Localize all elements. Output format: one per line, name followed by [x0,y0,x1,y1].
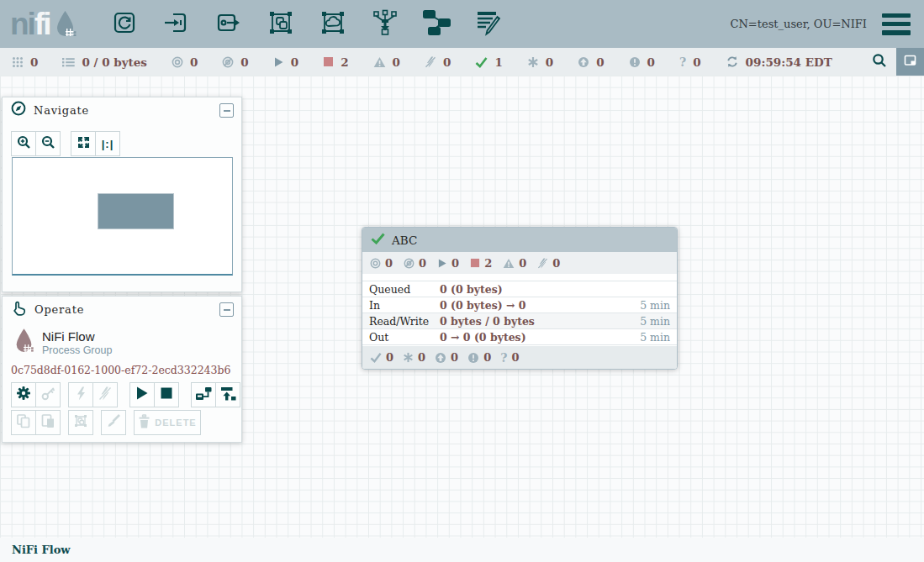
invalid-icon [503,258,515,269]
sync-failure-status: ? 0 [679,55,701,69]
configure-button[interactable] [11,382,36,407]
exclamation-circle-icon [467,352,479,364]
group-button[interactable] [68,410,93,435]
invalid-icon [373,56,386,68]
navigate-header: Navigate [3,97,241,123]
disabled-status: 0 [425,55,451,69]
delete-button[interactable]: DELETE [134,410,201,435]
up-to-date-status: 1 [475,55,502,69]
zoom-out-button[interactable] [35,131,61,156]
lightning-slash-icon [98,386,112,404]
label-drag-button[interactable] [463,0,515,48]
stale-status: 0 [578,55,604,69]
zoom-fit-button[interactable] [71,131,96,156]
output-port-drag-button[interactable] [203,0,255,48]
stop-icon [160,386,173,403]
zoom-in-button[interactable] [11,131,36,156]
stopped-icon [470,258,480,268]
refresh-status[interactable]: 09:59:54 EDT [726,55,832,69]
active-threads-icon [12,56,24,68]
hand-pointer-icon [11,300,27,319]
check-icon [370,352,382,363]
lightning-icon [75,386,87,404]
process-group-version-counts: 0 0 0 0 ? 0 [362,346,677,369]
minimap-process-group-rect[interactable] [98,193,174,229]
pg-locally-modified-count: 0 [403,351,425,364]
remote-process-group-drag-button[interactable] [307,0,359,48]
selected-flow-type: Process Group [42,344,112,356]
stats-row-out: Out 0 → 0 (0 bytes) 5 min [362,329,677,345]
logo-text-fi: fi [34,8,50,41]
access-policies-button[interactable] [35,382,61,407]
stop-button[interactable] [154,382,179,407]
process-group-icon [267,8,295,40]
flow-drop-icon [13,328,34,357]
panel-toggle-icon [903,53,917,71]
valid-check-icon [371,233,385,248]
birdseye-toggle-button[interactable] [896,48,924,76]
operate-collapse-button[interactable] [219,302,234,317]
selected-flow-id: 0c75d8df-0162-1000-ef72-2ecd332243b6 [11,364,241,376]
fit-icon [77,135,91,153]
process-group-drag-button[interactable] [255,0,307,48]
input-port-icon [162,8,191,40]
breadcrumb-root-link[interactable]: NiFi Flow [12,544,71,556]
process-group-name: ABC [392,234,417,247]
selected-flow-name: NiFi Flow [42,329,112,344]
disable-button[interactable] [92,382,118,407]
top-toolbar: nifi CN=test_user, OU=NIFI [0,0,924,48]
not-transmitting-icon [222,56,234,68]
not-transmitting-icon [404,258,414,269]
input-port-drag-button[interactable] [150,0,203,48]
minus-icon [224,110,230,112]
running-status: 0 [273,55,298,69]
delete-button-label: DELETE [155,418,196,428]
pg-transmitting-count: 0 [370,257,393,270]
pg-stopped-count: 2 [470,257,492,270]
up-to-date-check-icon [475,56,488,68]
process-group-header[interactable]: ABC [362,228,677,252]
navigate-collapse-button[interactable] [219,103,234,118]
operate-header: Operate [3,297,241,322]
funnel-drag-button[interactable] [359,0,411,48]
breadcrumb-bar: NiFi Flow [0,538,924,562]
not-transmitting-status: 0 [222,55,248,69]
pg-locally-modified-stale-count: 0 [467,351,491,364]
asterisk-icon [403,352,414,363]
stats-row-queued: Queued 0 (0 bytes) [362,281,677,297]
invalid-status: 0 [373,55,400,69]
birdseye-minimap[interactable] [12,157,233,276]
template-drag-button[interactable] [411,0,463,48]
label-icon [474,8,504,40]
queued-status: 0 / 0 bytes [62,55,147,69]
status-bar: 0 0 / 0 bytes 0 0 0 2 0 0 1 0 0 0 [0,48,924,76]
nifi-drop-icon [54,10,77,41]
copy-button[interactable] [11,410,36,435]
paste-button[interactable] [35,410,61,435]
save-template-button[interactable] [191,382,216,407]
pg-up-to-date-count: 0 [370,351,393,364]
processor-drag-button[interactable] [98,0,150,48]
actual-size-button[interactable]: |:| [95,131,120,156]
upload-template-button[interactable] [215,382,240,407]
disabled-icon [537,258,548,269]
zoom-out-icon [41,135,55,153]
pg-sync-failure-count: ? 0 [500,351,519,365]
pg-disabled-count: 0 [537,257,560,270]
pg-not-transmitting-count: 0 [404,257,426,270]
enable-button[interactable] [68,382,93,407]
operate-buttons-row-2: DELETE [11,410,241,435]
copy-icon [16,413,31,432]
transmitting-icon [172,56,183,68]
process-group-component[interactable]: ABC 0 0 0 2 0 0 Queued 0 (0 byte [362,227,678,370]
fill-color-button[interactable] [101,410,126,435]
process-group-stats-table: Queued 0 (0 bytes) In 0 (0 bytes) → 0 5 … [362,281,677,345]
queued-list-icon [62,56,75,68]
global-menu-button[interactable] [882,13,911,35]
transmitting-icon [370,258,381,269]
stats-row-read-write: Read/Write 0 bytes / 0 bytes 5 min [362,313,677,329]
play-icon [135,386,149,404]
search-button[interactable] [863,48,895,76]
start-button[interactable] [129,382,155,407]
process-group-component-counts: 0 0 0 2 0 0 [362,252,677,274]
